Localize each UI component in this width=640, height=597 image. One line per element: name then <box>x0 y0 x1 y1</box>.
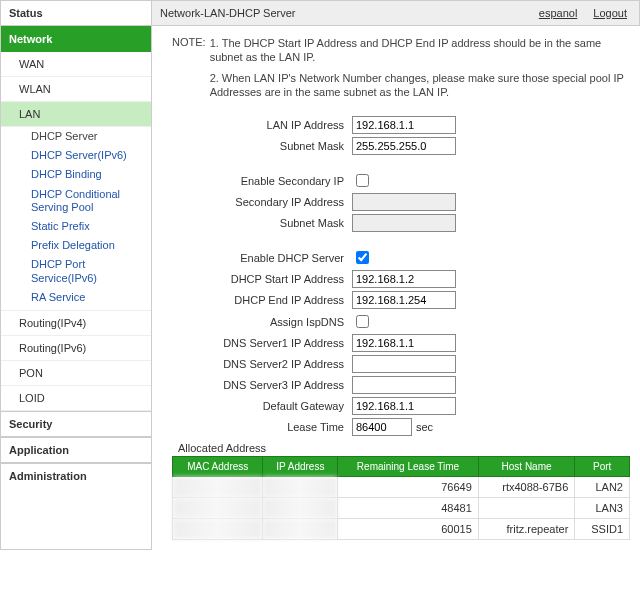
cell-host: rtx4088-67B6 <box>478 477 574 498</box>
sidebar-sub-dhcp-port-service[interactable]: DHCP Port Service(IPv6) <box>1 255 151 287</box>
sidebar-item-wlan[interactable]: WLAN <box>1 77 151 102</box>
subnet-input[interactable] <box>352 137 456 155</box>
sidebar-sub-ra-service[interactable]: RA Service <box>1 288 151 311</box>
subnet-label: Subnet Mask <box>172 140 352 152</box>
sidebar-sub-static-prefix[interactable]: Static Prefix <box>1 217 151 236</box>
lease-unit: sec <box>412 421 433 433</box>
sidebar-item-pon[interactable]: PON <box>1 361 151 386</box>
lan-ip-input[interactable] <box>352 116 456 134</box>
dhcp-start-input[interactable] <box>352 270 456 288</box>
note-line-1: 1. The DHCP Start IP Address and DHCP En… <box>210 36 630 65</box>
th-remaining: Remaining Lease Time <box>338 457 479 477</box>
secondary-subnet-input[interactable] <box>352 214 456 232</box>
cell-port: LAN2 <box>575 477 630 498</box>
dns1-input[interactable] <box>352 334 456 352</box>
secondary-ip-label: Secondary IP Address <box>172 196 352 208</box>
enable-dhcp-label: Enable DHCP Server <box>172 252 352 264</box>
gateway-label: Default Gateway <box>172 400 352 412</box>
cell-remaining: 76649 <box>338 477 479 498</box>
cell-mac: xx <box>173 519 263 540</box>
assign-ispdns-label: Assign IspDNS <box>172 316 352 328</box>
note-line-2: 2. When LAN IP's Network Number changes,… <box>210 71 630 100</box>
dns1-label: DNS Server1 IP Address <box>172 337 352 349</box>
th-host: Host Name <box>478 457 574 477</box>
cell-port: SSID1 <box>575 519 630 540</box>
sidebar-head-application[interactable]: Application <box>1 437 151 463</box>
th-port: Port <box>575 457 630 477</box>
dns2-label: DNS Server2 IP Address <box>172 358 352 370</box>
cell-remaining: 60015 <box>338 519 479 540</box>
secondary-ip-input[interactable] <box>352 193 456 211</box>
dhcp-end-input[interactable] <box>352 291 456 309</box>
lan-ip-label: LAN IP Address <box>172 119 352 131</box>
assign-ispdns-checkbox[interactable] <box>356 315 369 328</box>
sidebar-sub-dhcp-server[interactable]: DHCP Server <box>1 127 151 146</box>
sidebar-item-wan[interactable]: WAN <box>1 52 151 77</box>
main-panel: Network-LAN-DHCP Server espanol Logout N… <box>152 0 640 550</box>
topbar: Network-LAN-DHCP Server espanol Logout <box>152 0 640 26</box>
dhcp-end-label: DHCP End IP Address <box>172 294 352 306</box>
sidebar-sub-dhcp-server-ipv6[interactable]: DHCP Server(IPv6) <box>1 146 151 165</box>
cell-remaining: 48481 <box>338 498 479 519</box>
sidebar-item-loid[interactable]: LOID <box>1 386 151 411</box>
language-link[interactable]: espanol <box>539 7 578 19</box>
table-row: xxxx76649rtx4088-67B6LAN2 <box>173 477 630 498</box>
enable-dhcp-checkbox[interactable] <box>356 251 369 264</box>
sidebar-head-status[interactable]: Status <box>1 0 151 26</box>
sidebar-item-routing-ipv4[interactable]: Routing(IPv4) <box>1 311 151 336</box>
dhcp-start-label: DHCP Start IP Address <box>172 273 352 285</box>
lease-input[interactable] <box>352 418 412 436</box>
sidebar-sub-prefix-delegation[interactable]: Prefix Delegation <box>1 236 151 255</box>
cell-ip: xx <box>263 498 338 519</box>
sidebar-sub-conditional-pool[interactable]: DHCP Conditional Serving Pool <box>1 185 151 217</box>
sidebar-item-lan[interactable]: LAN <box>1 102 151 127</box>
th-mac: MAC Address <box>173 457 263 477</box>
sidebar-item-routing-ipv6[interactable]: Routing(IPv6) <box>1 336 151 361</box>
sidebar: Status Network WAN WLAN LAN DHCP Server … <box>0 0 152 550</box>
table-row: xxxx60015fritz.repeaterSSID1 <box>173 519 630 540</box>
logout-link[interactable]: Logout <box>593 7 627 19</box>
th-ip: IP Address <box>263 457 338 477</box>
cell-host: fritz.repeater <box>478 519 574 540</box>
note-label: NOTE: <box>172 36 206 105</box>
enable-secondary-label: Enable Secondary IP <box>172 175 352 187</box>
sidebar-sub-dhcp-binding[interactable]: DHCP Binding <box>1 165 151 184</box>
gateway-input[interactable] <box>352 397 456 415</box>
table-row: xxxx48481LAN3 <box>173 498 630 519</box>
cell-port: LAN3 <box>575 498 630 519</box>
sidebar-head-network[interactable]: Network <box>1 26 151 52</box>
dns3-label: DNS Server3 IP Address <box>172 379 352 391</box>
cell-ip: xx <box>263 477 338 498</box>
dns3-input[interactable] <box>352 376 456 394</box>
note-block: NOTE: 1. The DHCP Start IP Address and D… <box>172 36 630 113</box>
secondary-subnet-label: Subnet Mask <box>172 217 352 229</box>
allocated-table: MAC Address IP Address Remaining Lease T… <box>172 456 630 540</box>
allocated-title: Allocated Address <box>178 442 630 454</box>
cell-mac: xx <box>173 477 263 498</box>
enable-secondary-checkbox[interactable] <box>356 174 369 187</box>
sidebar-head-security[interactable]: Security <box>1 411 151 437</box>
cell-host <box>478 498 574 519</box>
cell-ip: xx <box>263 519 338 540</box>
sidebar-head-administration[interactable]: Administration <box>1 463 151 488</box>
dns2-input[interactable] <box>352 355 456 373</box>
cell-mac: xx <box>173 498 263 519</box>
lease-label: Lease Time <box>172 421 352 433</box>
breadcrumb: Network-LAN-DHCP Server <box>160 7 523 19</box>
